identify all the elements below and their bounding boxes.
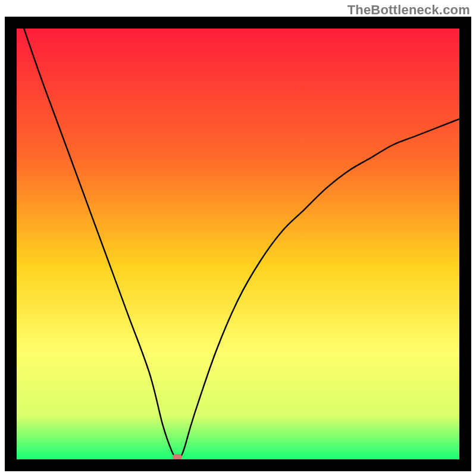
chart-svg	[17, 29, 459, 459]
minimum-marker	[173, 454, 182, 459]
gradient-background	[17, 29, 459, 459]
chart-frame	[5, 17, 471, 471]
watermark-text: TheBottleneck.com	[347, 2, 470, 18]
chart-container: TheBottleneck.com	[0, 0, 476, 476]
plot-area	[17, 29, 459, 459]
